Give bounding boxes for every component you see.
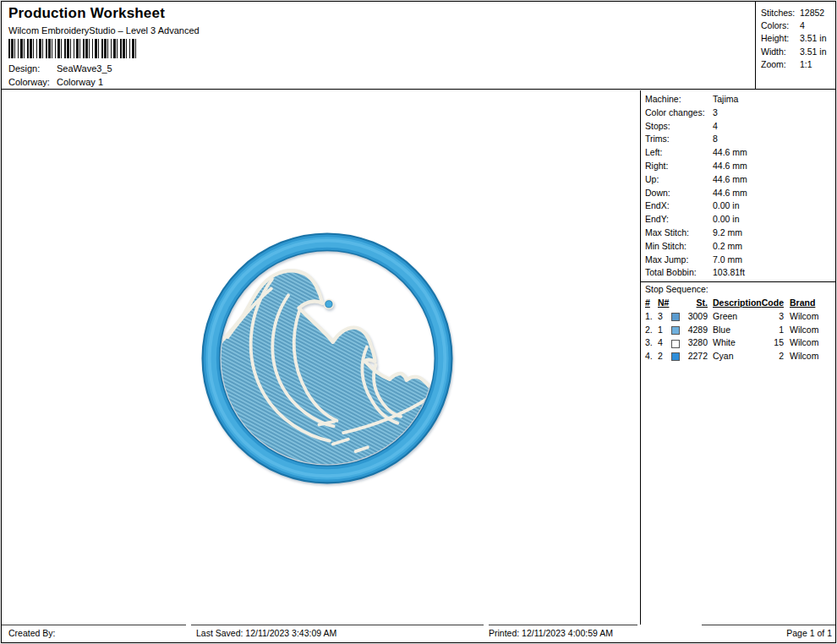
barcode-icon <box>8 39 137 58</box>
stats-row: Colors:4 <box>761 19 835 32</box>
thread-color-swatch <box>671 340 680 348</box>
thread-color-swatch <box>671 313 680 321</box>
machine-info-row: Right:44.6 mm <box>645 160 835 173</box>
machine-info-rows: Machine:Tajima Color changes:3 Stops:4 T… <box>641 90 835 280</box>
col-header-num: # <box>645 297 650 308</box>
machine-info-row: Left:44.6 mm <box>645 146 835 160</box>
stop-sequence-row: 1. 3 3009 Green 3 Wilcom <box>645 309 835 323</box>
stats-row: Zoom:1:1 <box>761 58 835 71</box>
col-header-code: Code <box>762 297 784 308</box>
created-by-field: Created By: <box>2 625 186 642</box>
col-header-needle: N# <box>658 297 669 308</box>
page-number: Page 1 of 1 <box>702 625 835 642</box>
stop-sequence-row: 4. 2 2272 Cyan 2 Wilcom <box>645 349 835 363</box>
machine-info-row: EndY:0.00 in <box>645 213 835 226</box>
thread-color-swatch <box>671 326 680 335</box>
design-value: SeaWave3_5 <box>57 63 112 74</box>
machine-info-row: Stops:4 <box>645 120 835 134</box>
header: Production Worksheet Wilcom EmbroiderySt… <box>2 2 835 90</box>
stop-sequence-row: 2. 1 4289 Blue 1 Wilcom <box>645 323 835 336</box>
page-title: Production Worksheet <box>8 5 165 22</box>
design-label: Design: <box>8 63 57 74</box>
stop-sequence-row: 3. 4 3280 White 15 Wilcom <box>645 336 835 350</box>
col-header-brand: Brand <box>790 297 815 308</box>
machine-info-row: Down:44.6 mm <box>645 187 835 200</box>
thread-color-swatch <box>671 352 680 361</box>
printed-field: Printed: 12/11/2023 4:00:59 AM <box>489 625 637 642</box>
software-subtitle: Wilcom EmbroideryStudio – Level 3 Advanc… <box>8 25 200 35</box>
machine-info-row: Max Jump:7.0 mm <box>645 254 835 267</box>
machine-info-panel: Machine:Tajima Color changes:3 Stops:4 T… <box>640 90 835 625</box>
stats-row: Height:3.51 in <box>761 32 835 45</box>
embroidery-design-preview <box>194 224 461 491</box>
stop-sequence-title: Stop Sequence: <box>645 283 835 296</box>
machine-info-row: Trims:8 <box>645 133 835 146</box>
design-stats-box: Stitches:12852 Colors:4 Height:3.51 in W… <box>755 2 835 89</box>
colorway-row: Colorway:Colorway 1 <box>8 77 103 87</box>
spray-dot <box>325 300 334 309</box>
colorway-label: Colorway: <box>8 77 57 87</box>
stop-sequence-header-row: # N# St. Description Code Brand <box>645 296 835 309</box>
footer: Created By: Last Saved: 12/11/2023 3:43:… <box>2 625 835 642</box>
stop-sequence-section: Stop Sequence: # N# St. Description Code… <box>641 281 835 363</box>
machine-info-row: Color changes:3 <box>645 106 835 120</box>
machine-info-row: Machine:Tajima <box>645 93 835 106</box>
footer-gap <box>637 625 702 642</box>
machine-info-row: Min Stitch:0.2 mm <box>645 240 835 254</box>
machine-info-row: Max Stitch:9.2 mm <box>645 226 835 240</box>
colorway-value: Colorway 1 <box>57 77 103 87</box>
stop-sequence-table: 1. 3 3009 Green 3 Wilcom 2. 1 <box>645 309 835 363</box>
col-header-description: Description <box>713 297 762 308</box>
worksheet-body: Machine:Tajima Color changes:3 Stops:4 T… <box>2 90 835 625</box>
machine-info-row: Up:44.6 mm <box>645 173 835 187</box>
production-worksheet-page: Production Worksheet Wilcom EmbroiderySt… <box>1 1 836 643</box>
machine-info-row: EndX:0.00 in <box>645 199 835 213</box>
stats-row: Width:3.51 in <box>761 46 835 58</box>
stats-row: Stitches:12852 <box>761 7 835 19</box>
last-saved-field: Last Saved: 12/11/2023 3:43:09 AM <box>191 625 484 642</box>
design-name-row: Design:SeaWave3_5 <box>8 63 112 74</box>
col-header-stitches: St. <box>697 297 708 308</box>
machine-info-row: Total Bobbin:103.81ft <box>645 266 835 280</box>
